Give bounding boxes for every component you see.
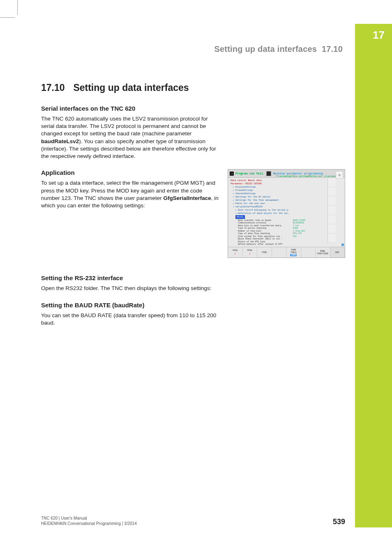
ss-folder: Settings for the file management [233,199,342,202]
subsection-heading: Setting the BAUD RATE (baudRate) [41,302,345,309]
ss-param-value: 1 Stop-Bit [293,230,305,232]
softkey-find[interactable]: FIND [257,247,272,258]
ss-softkey-row: PAGE PAGE FIND FORM TABLE TREE MORE FUNC… [228,247,345,258]
ss-selected-node: RS232 [235,215,245,219]
paragraph: To set up a data interface, select the f… [41,179,219,209]
ss-param-row: Data bits in each transferred chara…7 bi… [238,225,342,227]
ss-param-row: Define behavior after receipt of ETX [238,243,342,246]
ss-param-label: Data transfer rate in bauds [238,219,271,222]
arrow-up-icon [234,252,236,255]
paragraph: Open the RS232 folder. The TNC then disp… [41,285,222,292]
softkey-form-table-tree[interactable]: FORM TABLE TREE [286,247,301,258]
ss-subfolder: Data record belonging to the serial p… [235,209,342,211]
ss-param-row: Data transfer rate in baudsBAUD_57600 [238,219,342,222]
softkey-page-down[interactable]: PAGE [243,247,258,258]
ss-param-value: FE1 [293,235,297,238]
ss-param-value: BLOCKWISE [293,222,304,224]
section-heading: 17.10 Setting up data interfaces [41,82,345,93]
ss-param-label: Define behavior after receipt of ETX [238,243,282,246]
ss-param-label: File system for file operation via … [238,235,282,238]
param-name-bold: baudRateLsv2 [41,138,79,144]
chapter-number: 17 [373,29,385,42]
tnc-screenshot: → Program run full. Machine parameter pr… [228,169,345,258]
ss-param-label: Status of the RTS line [238,241,265,243]
param-name-bold: GfgSerialInterface [163,195,211,201]
ss-folder: Paths for the end user [233,202,342,205]
ss-subfolder-open: Definition of data blocks for the ser… [235,212,342,215]
ss-param-row: Status of the RTS line [238,241,342,243]
paragraph: The TNC 620 automatically uses the LSV2 … [41,115,222,160]
gear-icon: ✲ [336,171,343,179]
scroll-corner-icon [341,244,344,246]
ss-param-label: Data bits in each transferred chara… [238,225,282,227]
section-number: 17.10 [41,82,71,93]
paragraph: You can set the BAUD RATE (data transfer… [41,312,222,327]
ss-folder: Settings for the NC editor [233,195,342,198]
arrow-down-icon [249,252,251,255]
softkey-page-up[interactable]: PAGE [228,247,243,258]
page-content: 17.10 Setting up data interfaces Serial … [41,82,345,336]
ss-param-value: EVEN [293,227,298,230]
ss-param-label: Number of stop bits [238,230,261,232]
ss-param-row: Type of parity checkingEVEN [238,227,342,230]
ss-param-row: File system for file operation via …FE1 [238,235,342,238]
ss-param-row: Communications protocolBLOCKWISE [238,222,342,224]
softkey-end[interactable]: END [330,247,345,258]
running-header-title: Setting up data interfaces [214,44,317,53]
back-arrow-icon: → [230,172,234,176]
ss-folder: DisplaySettings [233,186,342,188]
ss-param-row: Type of data flow checkingRTS_CTS [238,232,342,235]
softkey-label-active: TREE [290,254,297,256]
ss-param-row: Block Check Character (BCC) is not … [238,238,342,240]
ss-param-value: RTS_CTS [293,232,302,235]
softkey-empty [272,247,287,258]
running-header: Setting up data interfaces 17.10 [214,44,343,54]
ss-param-label: Type of data flow checking [238,232,270,235]
ss-mode-left: Program run full. [235,172,265,175]
subsection-heading: Setting the RS-232 interface [41,274,345,281]
ss-param-value: BAUD_57600 [293,219,305,222]
ss-mode-right: Machine parameter programming [273,172,323,175]
footer-line2: HEIDENHAIN Conversational Programming | … [41,521,137,526]
ss-param-value: 7 bit [293,225,299,227]
ss-folder-open: serialInterfaceRS232 [233,205,342,208]
tnc-icon [266,171,271,176]
paragraph-text: The TNC 620 automatically uses the LSV2 … [41,116,208,137]
softkey-more-functions[interactable]: MORE FUNCTIONS [316,247,330,258]
subsection-heading: Serial interfaces on the TNC 620 [41,105,345,112]
ss-parameter-line: Parameter: RS232 103700 [231,182,342,185]
subsection-heading: Application [41,169,219,176]
ss-folder: ChannelSettings [233,192,342,195]
ss-side-toolbar [327,178,336,243]
ss-param-row: Number of stop bits1 Stop-Bit [238,230,342,232]
page-number: 539 [333,518,345,526]
running-header-number: 17.10 [322,44,343,53]
ss-folder: ProbeSettings [233,189,342,192]
ss-param-label: Type of parity checking [238,227,266,230]
footer-line1: TNC 620 | User's Manual [41,515,137,521]
softkey-empty [301,247,316,258]
section-title: Setting up data interfaces [73,82,189,93]
footer-meta: TNC 620 | User's Manual HEIDENHAIN Conve… [41,515,137,526]
chapter-tab: 17 [355,24,392,527]
ss-data-record: Data record: Basic data [231,179,342,182]
page-footer: TNC 620 | User's Manual HEIDENHAIN Conve… [41,515,345,526]
ss-param-label: Block Check Character (BCC) is not … [238,238,282,240]
ss-param-label: Communications protocol [238,222,266,224]
